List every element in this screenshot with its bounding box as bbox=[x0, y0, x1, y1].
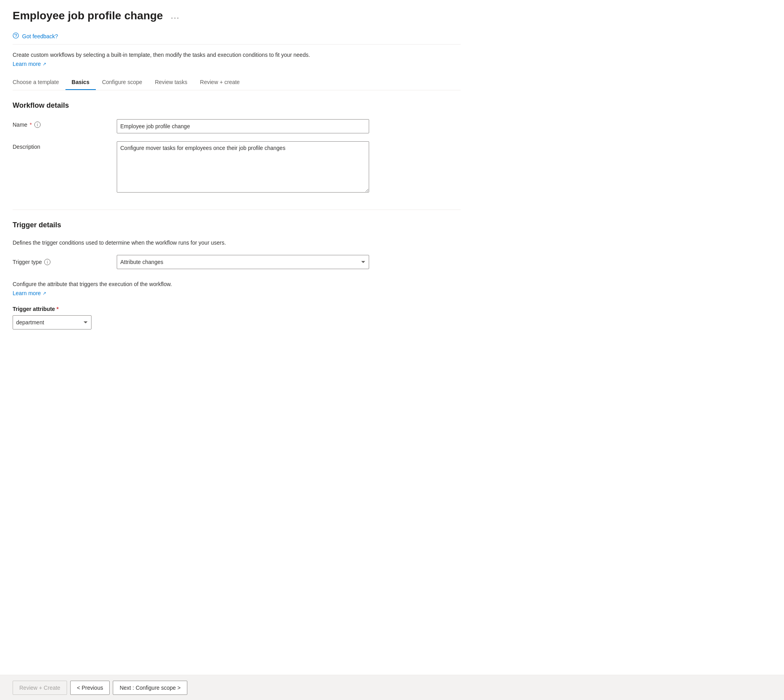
name-input[interactable] bbox=[117, 119, 369, 133]
description-field-row: Description Configure mover tasks for em… bbox=[13, 141, 461, 194]
section-divider bbox=[13, 210, 461, 210]
trigger-type-select[interactable]: Attribute changes On-demand Schedule bbox=[117, 255, 369, 269]
name-required-star: * bbox=[30, 122, 32, 128]
page-title: Employee job profile change bbox=[13, 9, 163, 22]
next-configure-scope-button[interactable]: Next : Configure scope > bbox=[113, 681, 187, 695]
trigger-attribute-container: Trigger attribute * department jobTitle … bbox=[13, 306, 461, 329]
learn-more-link-2[interactable]: Learn more ↗ bbox=[13, 290, 46, 296]
trigger-type-info-icon: i bbox=[44, 259, 50, 265]
learn-more-link-1[interactable]: Learn more ↗ bbox=[13, 61, 46, 67]
page-description: Create custom workflows by selecting a b… bbox=[13, 51, 461, 59]
trigger-type-label: Trigger type i bbox=[13, 259, 107, 265]
name-label: Name * i bbox=[13, 122, 107, 128]
tabs-nav: Choose a template Basics Configure scope… bbox=[13, 75, 461, 90]
tab-review-create[interactable]: Review + create bbox=[194, 75, 246, 90]
attribute-required-star: * bbox=[56, 306, 58, 312]
name-field-row: Name * i bbox=[13, 119, 461, 133]
footer-bar: Review + Create < Previous Next : Config… bbox=[0, 675, 784, 700]
external-link-icon: ↗ bbox=[43, 62, 46, 67]
review-create-button[interactable]: Review + Create bbox=[13, 681, 67, 695]
feedback-icon bbox=[13, 32, 19, 40]
workflow-details-title: Workflow details bbox=[13, 101, 461, 110]
workflow-details-section: Workflow details Name * i Description bbox=[13, 101, 461, 194]
external-link-icon-2: ↗ bbox=[43, 291, 46, 296]
previous-button[interactable]: < Previous bbox=[70, 681, 110, 695]
feedback-row[interactable]: Got feedback? bbox=[13, 28, 461, 45]
tab-choose-template[interactable]: Choose a template bbox=[13, 75, 65, 90]
configure-attribute-text: Configure the attribute that triggers th… bbox=[13, 280, 461, 288]
name-info-icon: i bbox=[34, 122, 41, 128]
ellipsis-menu-button[interactable]: ... bbox=[168, 10, 183, 22]
trigger-attribute-select[interactable]: department jobTitle manager companyName … bbox=[13, 315, 91, 329]
trigger-details-section: Trigger details Defines the trigger cond… bbox=[13, 221, 461, 329]
trigger-attribute-label: Trigger attribute * bbox=[13, 306, 461, 312]
description-textarea[interactable]: Configure mover tasks for employees once… bbox=[117, 141, 369, 193]
tab-configure-scope[interactable]: Configure scope bbox=[96, 75, 149, 90]
tab-review-tasks[interactable]: Review tasks bbox=[149, 75, 194, 90]
svg-point-1 bbox=[16, 36, 16, 37]
trigger-description-text: Defines the trigger conditions used to d… bbox=[13, 239, 461, 247]
trigger-type-row: Trigger type i Attribute changes On-dema… bbox=[13, 255, 461, 269]
tab-basics[interactable]: Basics bbox=[65, 75, 96, 90]
svg-point-0 bbox=[13, 33, 19, 38]
feedback-label: Got feedback? bbox=[22, 33, 58, 39]
description-label: Description bbox=[13, 144, 107, 150]
trigger-details-title: Trigger details bbox=[13, 221, 461, 229]
configure-attribute-section: Configure the attribute that triggers th… bbox=[13, 280, 461, 296]
